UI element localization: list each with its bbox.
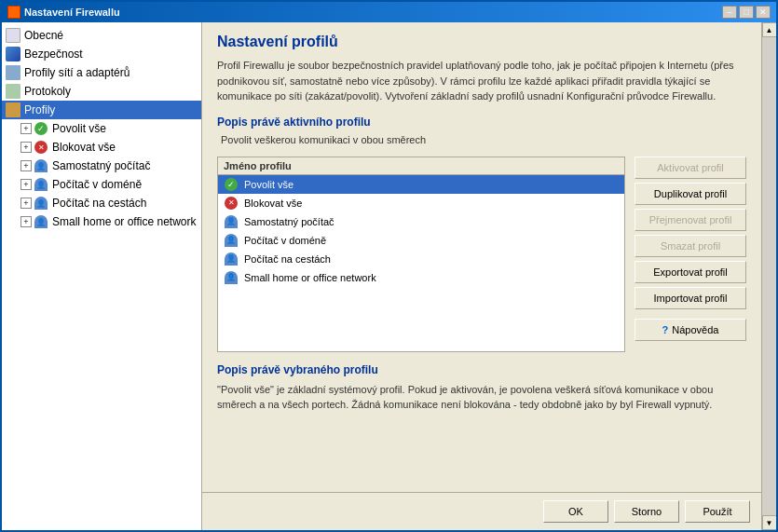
sidebar-item-profily[interactable]: Profily [2,101,201,119]
page-title: Nastavení profilů [217,34,746,50]
scrollbar: ▲ ▼ [761,22,776,530]
sidebar-label-cesty: Počítač na cestách [52,197,146,210]
smazat-button[interactable]: Smazat profil [635,235,746,257]
minimize-button[interactable]: – [722,6,737,19]
profile-row-domena[interactable]: 👤 Počítač v doméně [218,231,624,250]
bottom-bar: OK Storno Použít [202,492,761,530]
selected-profile-section: Popis právě vybraného profilu "Povolit v… [217,363,746,413]
window-title: Nastavení Firewallu [24,7,120,18]
protocol-icon [6,84,20,99]
profile-label-blokovat: Blokovat vše [244,198,302,209]
expander-povolit[interactable]: + [20,123,32,134]
sidebar-label-blokovat: Blokovat vše [52,141,116,154]
profile-icon-povolit: ✓ [224,177,239,192]
pouzit-button[interactable]: Použít [685,500,750,523]
profile-area: Jméno profilu ✓ Povolit vše ✕ Blokovat v… [217,157,746,352]
sidebar-item-profily-siti[interactable]: Profily sítí a adaptérů [2,63,201,82]
titlebar-buttons: – □ ✕ [722,6,771,19]
profile-label-small-home: Small home or office network [244,272,376,283]
sidebar-item-povolit-vse[interactable]: + ✓ Povolit vše [2,119,201,138]
sidebar-label-domena: Počítač v doméně [52,178,142,191]
titlebar: Nastavení Firewallu – □ ✕ [2,2,776,22]
titlebar-left: Nastavení Firewallu [7,6,120,19]
profile-label-domena: Počítač v doméně [244,235,326,246]
profile-icon-samostatny: 👤 [224,214,239,229]
expander-domena[interactable]: + [20,179,32,190]
duplikovat-button[interactable]: Duplikovat profil [635,183,746,205]
sidebar-item-cesty[interactable]: + 👤 Počítač na cestách [2,194,201,212]
expander-cesty[interactable]: + [20,198,32,209]
importovat-button[interactable]: Importovat profil [635,287,746,309]
red-x-icon: ✕ [34,140,48,155]
profile-row-cesty[interactable]: 👤 Počítač na cestách [218,250,624,268]
page-desc: Profil Firewallu je soubor bezpečnostníc… [217,58,746,104]
profile-icon-domena: 👤 [224,233,239,248]
aktivovat-button[interactable]: Aktivovat profil [635,157,746,179]
selected-profile-title: Popis právě vybraného profilu [217,363,746,376]
shield-icon [6,47,20,61]
content-area: Nastavení profilů Profil Firewallu je so… [202,22,761,492]
expander-blokovat[interactable]: + [20,142,32,153]
profile-row-small-home[interactable]: 👤 Small home or office network [218,268,624,287]
napoveda-button[interactable]: ? Nápověda [635,319,746,341]
sidebar-label-profily: Profily [24,103,55,116]
person-icon-small-home: 👤 [34,214,48,229]
sidebar-label-bezpecnost: Bezpečnost [24,48,83,61]
help-icon: ? [662,324,669,335]
sidebar-item-blokovat-vse[interactable]: + ✕ Blokovat vše [2,138,201,157]
scroll-up-arrow[interactable]: ▲ [762,22,777,37]
profile-label-samostatny: Samostatný počítač [244,216,334,227]
prejmenovat-button[interactable]: Přejmenovat profil [635,209,746,231]
button-column: Aktivovat profil Duplikovat profil Přejm… [635,157,746,352]
sidebar-label-samostatny: Samostatný počítač [52,159,150,172]
sidebar-item-samostatny[interactable]: + 👤 Samostatný počítač [2,157,201,175]
sidebar-item-bezpecnost[interactable]: Bezpečnost [2,45,201,63]
exportovat-button[interactable]: Exportovat profil [635,261,746,283]
network-icon [6,65,20,80]
selected-profile-desc: "Povolit vše" je základní systémový prof… [217,382,746,413]
sidebar-label-povolit: Povolit vše [52,122,106,135]
expander-samostatny[interactable]: + [20,160,32,171]
profile-icon [6,102,20,117]
sidebar: Obecné Bezpečnost Profily sítí a adaptér… [2,22,202,530]
ok-button[interactable]: OK [543,500,608,523]
sidebar-label-protokoly: Protokoly [24,85,71,98]
storno-button[interactable]: Storno [614,500,679,523]
person-icon-samostatny: 👤 [34,158,48,173]
sidebar-item-domena[interactable]: + 👤 Počítač v doméně [2,175,201,194]
sidebar-item-protokoly[interactable]: Protokoly [2,82,201,101]
sidebar-item-obecne[interactable]: Obecné [2,26,201,45]
main-content: Nastavení profilů Profil Firewallu je so… [202,22,761,530]
sidebar-label-small-home: Small home or office network [52,215,197,228]
app-icon [7,6,20,19]
profile-label-povolit: Povolit vše [244,179,293,190]
profile-list: Jméno profilu ✓ Povolit vše ✕ Blokovat v… [217,157,625,352]
active-profile-desc: Povolit veškerou komunikaci v obou směre… [217,134,746,145]
profile-list-header: Jméno profilu [218,157,624,175]
window-body: Obecné Bezpečnost Profily sítí a adaptér… [2,22,776,530]
sidebar-item-small-home[interactable]: + 👤 Small home or office network [2,212,201,231]
profile-label-cesty: Počítač na cestách [244,253,331,265]
general-icon [6,28,20,43]
sidebar-label-profily-siti: Profily sítí a adaptérů [24,66,130,79]
expander-small-home[interactable]: + [20,216,32,227]
green-check-icon: ✓ [34,121,48,136]
profile-icon-small-home: 👤 [224,270,239,285]
person-icon-domena: 👤 [34,177,48,192]
profile-icon-cesty: 👤 [224,252,239,266]
active-profile-title: Popis právě aktivního profilu [217,116,746,129]
person-icon-cesty: 👤 [34,196,48,211]
profile-icon-blokovat: ✕ [224,196,239,211]
profile-row-povolit[interactable]: ✓ Povolit vše [218,175,624,194]
profile-row-blokovat[interactable]: ✕ Blokovat vše [218,194,624,212]
scroll-track[interactable] [762,37,777,515]
main-window: Nastavení Firewallu – □ ✕ Obecné Bezpečn… [0,0,778,532]
sidebar-label-obecne: Obecné [24,29,63,42]
scroll-down-arrow[interactable]: ▼ [762,515,777,530]
maximize-button[interactable]: □ [739,6,754,19]
profile-row-samostatny[interactable]: 👤 Samostatný počítač [218,212,624,231]
close-button[interactable]: ✕ [756,6,771,19]
